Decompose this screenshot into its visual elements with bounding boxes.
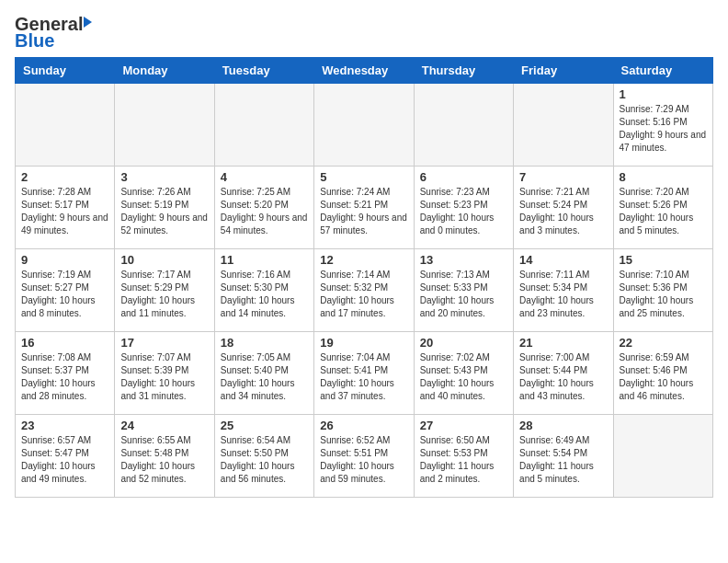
day-info: Sunrise: 6:59 AM Sunset: 5:46 PM Dayligh… — [620, 351, 707, 403]
calendar-cell: 12Sunrise: 7:14 AM Sunset: 5:32 PM Dayli… — [314, 249, 414, 332]
day-info: Sunrise: 7:14 AM Sunset: 5:32 PM Dayligh… — [320, 269, 407, 320]
day-number: 28 — [519, 419, 607, 432]
day-number: 10 — [120, 253, 208, 267]
calendar-cell: 17Sunrise: 7:07 AM Sunset: 5:39 PM Dayli… — [115, 332, 214, 415]
calendar-week-row: 2Sunrise: 7:28 AM Sunset: 5:17 PM Daylig… — [16, 167, 713, 249]
calendar-cell — [314, 84, 414, 167]
logo: General Blue — [15, 15, 92, 50]
day-info: Sunrise: 6:55 AM Sunset: 5:48 PM Dayligh… — [120, 434, 208, 486]
day-number: 5 — [320, 170, 407, 184]
day-number: 19 — [320, 336, 407, 350]
day-number: 27 — [420, 419, 507, 432]
calendar-cell: 22Sunrise: 6:59 AM Sunset: 5:46 PM Dayli… — [613, 332, 712, 415]
calendar-cell: 18Sunrise: 7:05 AM Sunset: 5:40 PM Dayli… — [214, 332, 313, 415]
day-number: 18 — [221, 336, 308, 350]
day-number: 25 — [221, 419, 308, 432]
calendar-cell: 8Sunrise: 7:20 AM Sunset: 5:26 PM Daylig… — [613, 167, 712, 249]
day-number: 4 — [221, 170, 308, 184]
calendar-body: 1Sunrise: 7:29 AM Sunset: 5:16 PM Daylig… — [16, 84, 713, 498]
day-number: 7 — [519, 170, 607, 184]
weekday-header-friday: Friday — [514, 58, 613, 84]
day-number: 26 — [320, 419, 407, 432]
day-info: Sunrise: 7:11 AM Sunset: 5:34 PM Dayligh… — [519, 269, 607, 320]
day-number: 11 — [221, 253, 308, 267]
day-number: 12 — [320, 253, 407, 267]
day-info: Sunrise: 7:21 AM Sunset: 5:24 PM Dayligh… — [519, 186, 607, 237]
day-number: 3 — [120, 170, 208, 184]
calendar-cell: 21Sunrise: 7:00 AM Sunset: 5:44 PM Dayli… — [514, 332, 613, 415]
day-info: Sunrise: 7:26 AM Sunset: 5:19 PM Dayligh… — [120, 186, 208, 237]
calendar-cell: 4Sunrise: 7:25 AM Sunset: 5:20 PM Daylig… — [214, 167, 313, 249]
calendar-header-row: SundayMondayTuesdayWednesdayThursdayFrid… — [16, 58, 713, 84]
day-number: 15 — [620, 253, 707, 267]
day-info: Sunrise: 7:23 AM Sunset: 5:23 PM Dayligh… — [420, 186, 507, 237]
day-info: Sunrise: 7:05 AM Sunset: 5:40 PM Dayligh… — [221, 351, 308, 403]
calendar-cell: 24Sunrise: 6:55 AM Sunset: 5:48 PM Dayli… — [115, 415, 214, 498]
weekday-header-monday: Monday — [115, 58, 214, 84]
calendar-cell: 2Sunrise: 7:28 AM Sunset: 5:17 PM Daylig… — [16, 167, 115, 249]
calendar-week-row: 16Sunrise: 7:08 AM Sunset: 5:37 PM Dayli… — [16, 332, 713, 415]
calendar-cell — [514, 84, 613, 167]
day-number: 2 — [21, 170, 108, 184]
calendar-cell — [16, 84, 115, 167]
calendar-cell: 20Sunrise: 7:02 AM Sunset: 5:43 PM Dayli… — [414, 332, 513, 415]
day-number: 14 — [519, 253, 607, 267]
calendar-table: SundayMondayTuesdayWednesdayThursdayFrid… — [15, 57, 713, 498]
calendar-cell: 5Sunrise: 7:24 AM Sunset: 5:21 PM Daylig… — [314, 167, 414, 249]
logo-blue-text: Blue — [15, 31, 54, 50]
day-info: Sunrise: 6:50 AM Sunset: 5:53 PM Dayligh… — [420, 434, 507, 486]
day-number: 1 — [620, 87, 707, 101]
day-info: Sunrise: 7:08 AM Sunset: 5:37 PM Dayligh… — [21, 351, 108, 403]
day-info: Sunrise: 7:25 AM Sunset: 5:20 PM Dayligh… — [221, 186, 308, 237]
day-info: Sunrise: 7:00 AM Sunset: 5:44 PM Dayligh… — [519, 351, 607, 403]
weekday-header-saturday: Saturday — [613, 58, 712, 84]
day-info: Sunrise: 7:16 AM Sunset: 5:30 PM Dayligh… — [221, 269, 308, 320]
day-info: Sunrise: 7:13 AM Sunset: 5:33 PM Dayligh… — [420, 269, 507, 320]
logo-triangle-icon — [84, 17, 92, 28]
calendar-cell: 7Sunrise: 7:21 AM Sunset: 5:24 PM Daylig… — [514, 167, 613, 249]
calendar-cell: 19Sunrise: 7:04 AM Sunset: 5:41 PM Dayli… — [314, 332, 414, 415]
calendar-cell: 13Sunrise: 7:13 AM Sunset: 5:33 PM Dayli… — [414, 249, 513, 332]
day-info: Sunrise: 6:52 AM Sunset: 5:51 PM Dayligh… — [320, 434, 407, 486]
day-number: 24 — [120, 419, 208, 432]
day-number: 13 — [420, 253, 507, 267]
calendar-cell: 11Sunrise: 7:16 AM Sunset: 5:30 PM Dayli… — [214, 249, 313, 332]
day-info: Sunrise: 7:02 AM Sunset: 5:43 PM Dayligh… — [420, 351, 507, 403]
calendar-cell: 6Sunrise: 7:23 AM Sunset: 5:23 PM Daylig… — [414, 167, 513, 249]
day-number: 17 — [120, 336, 208, 350]
day-info: Sunrise: 6:49 AM Sunset: 5:54 PM Dayligh… — [519, 434, 607, 486]
day-number: 21 — [519, 336, 607, 350]
page-header: General Blue — [15, 15, 713, 50]
calendar-week-row: 23Sunrise: 6:57 AM Sunset: 5:47 PM Dayli… — [16, 415, 713, 498]
calendar-cell — [414, 84, 513, 167]
day-info: Sunrise: 7:24 AM Sunset: 5:21 PM Dayligh… — [320, 186, 407, 237]
calendar-cell: 10Sunrise: 7:17 AM Sunset: 5:29 PM Dayli… — [115, 249, 214, 332]
day-info: Sunrise: 7:19 AM Sunset: 5:27 PM Dayligh… — [21, 269, 108, 320]
calendar-cell — [613, 415, 712, 498]
calendar-cell: 23Sunrise: 6:57 AM Sunset: 5:47 PM Dayli… — [16, 415, 115, 498]
weekday-header-thursday: Thursday — [414, 58, 513, 84]
day-info: Sunrise: 7:28 AM Sunset: 5:17 PM Dayligh… — [21, 186, 108, 237]
day-number: 9 — [21, 253, 108, 267]
calendar-cell: 9Sunrise: 7:19 AM Sunset: 5:27 PM Daylig… — [16, 249, 115, 332]
day-info: Sunrise: 7:10 AM Sunset: 5:36 PM Dayligh… — [620, 269, 707, 320]
day-info: Sunrise: 7:29 AM Sunset: 5:16 PM Dayligh… — [620, 103, 707, 155]
calendar-cell: 28Sunrise: 6:49 AM Sunset: 5:54 PM Dayli… — [514, 415, 613, 498]
calendar-cell: 1Sunrise: 7:29 AM Sunset: 5:16 PM Daylig… — [613, 84, 712, 167]
calendar-cell: 27Sunrise: 6:50 AM Sunset: 5:53 PM Dayli… — [414, 415, 513, 498]
day-number: 22 — [620, 336, 707, 350]
calendar-cell: 25Sunrise: 6:54 AM Sunset: 5:50 PM Dayli… — [214, 415, 313, 498]
day-info: Sunrise: 7:07 AM Sunset: 5:39 PM Dayligh… — [120, 351, 208, 403]
weekday-header-sunday: Sunday — [16, 58, 115, 84]
day-info: Sunrise: 7:17 AM Sunset: 5:29 PM Dayligh… — [120, 269, 208, 320]
calendar-cell — [214, 84, 313, 167]
day-number: 23 — [21, 419, 108, 432]
day-number: 20 — [420, 336, 507, 350]
calendar-cell: 15Sunrise: 7:10 AM Sunset: 5:36 PM Dayli… — [613, 249, 712, 332]
calendar-cell: 26Sunrise: 6:52 AM Sunset: 5:51 PM Dayli… — [314, 415, 414, 498]
calendar-cell — [115, 84, 214, 167]
day-number: 8 — [620, 170, 707, 184]
day-number: 6 — [420, 170, 507, 184]
day-number: 16 — [21, 336, 108, 350]
day-info: Sunrise: 6:57 AM Sunset: 5:47 PM Dayligh… — [21, 434, 108, 486]
